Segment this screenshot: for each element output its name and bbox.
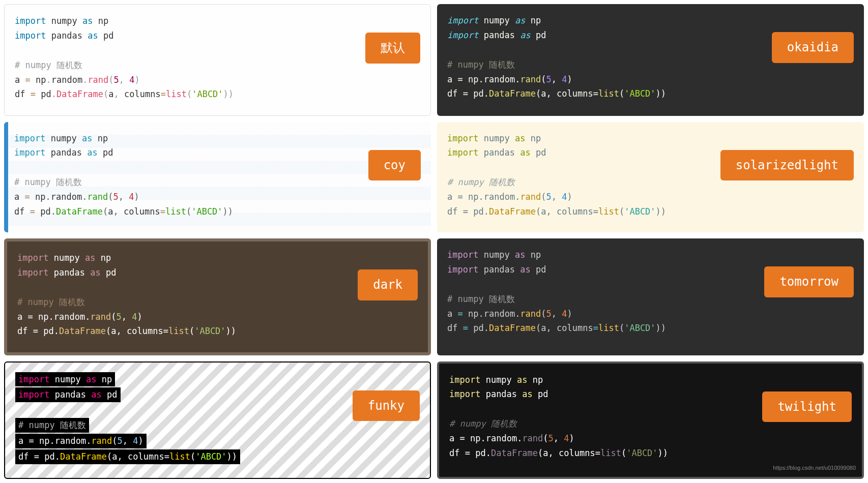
code-line: a = np.random.rand(5, 4) — [15, 434, 147, 448]
theme-label-dark: dark — [358, 269, 418, 300]
code-line: import numpy as np — [449, 373, 852, 387]
code-line: df = pd.DataFrame(a, columns=list('ABCD'… — [447, 321, 854, 336]
theme-panel-tomorrow: tomorrow import numpy as np import panda… — [437, 238, 864, 355]
theme-panel-solarizedlight: solarizedlight import numpy as np import… — [437, 122, 864, 233]
theme-label-coy: coy — [368, 150, 421, 181]
theme-panel-twilight: twilight import numpy as np import panda… — [437, 361, 864, 479]
theme-label-default: 默认 — [365, 33, 420, 64]
theme-panel-dark: dark import numpy as np import pandas as… — [4, 238, 431, 355]
theme-label-twilight: twilight — [762, 391, 852, 422]
code-line: df = pd.DataFrame(a, columns=list('ABCD'… — [15, 87, 420, 102]
code-line: df = pd.DataFrame(a, columns=list('ABCD'… — [17, 324, 418, 339]
code-line: import numpy as np — [447, 248, 854, 262]
code-line: df = pd.DataFrame(a, columns=list('ABCD'… — [15, 449, 240, 464]
theme-label-solarizedlight: solarizedlight — [720, 150, 854, 181]
code-line: import numpy as np — [447, 131, 854, 146]
code-line: df = pd.DataFrame(a, columns=list('ABCD'… — [14, 204, 421, 219]
code-line: import numpy as np — [14, 131, 421, 146]
code-line: import numpy as np — [15, 14, 420, 28]
watermark: https://blog.csdn.net/u010099080 — [773, 463, 856, 473]
theme-panel-funky: funky import numpy as np import pandas a… — [4, 361, 431, 479]
theme-label-okaidia: okaidia — [772, 32, 854, 63]
theme-panel-default: 默认 import numpy as np import pandas as p… — [4, 4, 431, 116]
code-line — [15, 43, 420, 58]
code-line: a = np.random.rand(5, 4) — [17, 310, 418, 324]
code-line: a = np.random.rand(5, 4) — [447, 190, 854, 204]
code-line: df = pd.DataFrame(a, columns=list('ABCD'… — [447, 204, 854, 219]
code-line: import pandas as pd — [14, 145, 421, 160]
code-line: # numpy 随机数 — [15, 418, 89, 433]
code-line: a = np.random.rand(5, 4) — [447, 72, 854, 87]
theme-panel-coy: coy import numpy as np import pandas as … — [4, 122, 431, 233]
theme-label-tomorrow: tomorrow — [764, 266, 854, 297]
code-line: a = np.random.rand(5, 4) — [449, 431, 852, 446]
theme-panel-okaidia: okaidia import numpy as np import pandas… — [437, 4, 864, 116]
code-line: a = np.random.rand(5, 4) — [15, 73, 420, 87]
code-line: # numpy 随机数 — [14, 175, 421, 190]
theme-label-funky: funky — [353, 390, 420, 421]
code-line: import numpy as np — [17, 251, 418, 265]
code-line: df = pd.DataFrame(a, columns=list('ABCD'… — [447, 86, 854, 101]
code-line: import pandas as pd — [15, 28, 420, 43]
code-line: a = np.random.rand(5, 4) — [14, 190, 421, 204]
code-line — [14, 160, 421, 175]
code-line: import numpy as np — [447, 13, 854, 28]
code-line: df = pd.DataFrame(a, columns=list('ABCD'… — [449, 446, 852, 461]
code-line: import pandas as pd — [15, 387, 121, 402]
code-line: a = np.random.rand(5, 4) — [447, 307, 854, 321]
code-line: import numpy as np — [15, 372, 115, 387]
code-line: # numpy 随机数 — [15, 58, 420, 73]
